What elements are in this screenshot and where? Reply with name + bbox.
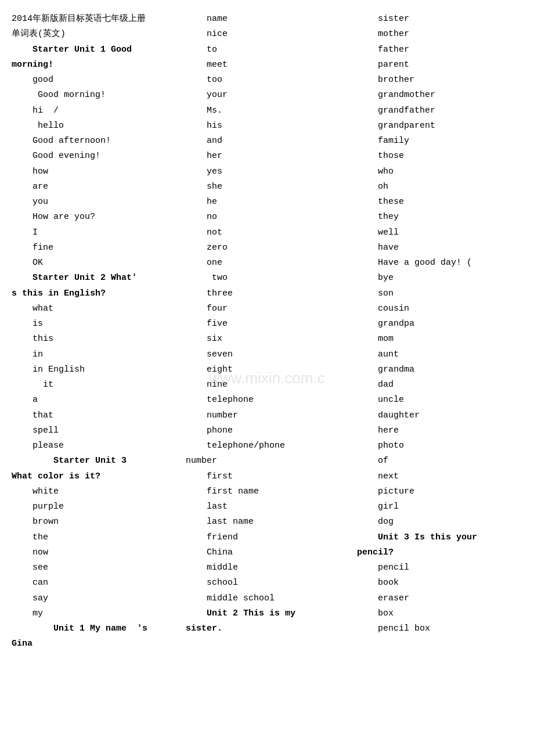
line-item: father (357, 42, 522, 57)
line-item: zero (186, 240, 351, 255)
line-item: son (357, 286, 522, 301)
line-item: the (12, 530, 180, 545)
line-item: of (357, 453, 522, 469)
line-item: friend (186, 530, 351, 545)
line-item: those (357, 149, 522, 164)
line-item: a (12, 393, 180, 408)
line-item: Good evening! (12, 149, 180, 164)
line-item: sister (357, 12, 522, 27)
column-2: name nice to meet too your Ms. his and h… (183, 12, 354, 652)
line-item: they (357, 210, 522, 225)
line-item: China (186, 545, 351, 560)
line-item: Unit 2 This is my (186, 606, 351, 621)
line-item: mom (357, 332, 522, 347)
line-item: here (357, 423, 522, 438)
line-item: s this in English? (12, 286, 180, 301)
line-item: three (186, 286, 351, 301)
line-item: are (12, 179, 180, 195)
line-item: first name (186, 484, 351, 499)
line-item: you (12, 195, 180, 210)
line-item: four (186, 301, 351, 316)
line-item: 2014年新版新目标英语七年级上册 (12, 12, 180, 27)
line-item: picture (357, 484, 522, 499)
line-item: Have a good day! ( (357, 255, 522, 271)
line-item: last (186, 499, 351, 514)
line-item: pencil? (357, 545, 522, 560)
line-item: daughter (357, 408, 522, 423)
line-item: grandma (357, 362, 522, 377)
line-item: eight (186, 362, 351, 377)
line-item: 单词表(英文) (12, 27, 180, 42)
line-item: six (186, 332, 351, 347)
line-item: can (12, 575, 180, 591)
line-item: bye (357, 271, 522, 286)
line-item: that (12, 408, 180, 423)
line-item: Ms. (186, 103, 351, 118)
line-item: see (12, 560, 180, 575)
line-item: hello (12, 118, 180, 134)
line-item: name (186, 12, 351, 27)
line-item: oh (357, 179, 522, 195)
line-item: my (12, 606, 180, 621)
line-item: and (186, 134, 351, 149)
line-item: grandmother (357, 88, 522, 103)
line-item: last name (186, 514, 351, 530)
line-item: morning! (12, 57, 180, 73)
line-item: grandfather (357, 103, 522, 118)
line-item: cousin (357, 301, 522, 316)
line-item: book (357, 575, 522, 591)
line-item: number (186, 453, 351, 469)
line-item: purple (12, 499, 180, 514)
line-item: family (357, 134, 522, 149)
line-item: meet (186, 57, 351, 73)
line-item: telephone (186, 393, 351, 408)
line-item: two (186, 271, 351, 286)
line-item: dog (357, 514, 522, 530)
line-item: phone (186, 423, 351, 438)
line-item: what (12, 301, 180, 316)
line-item: OK (12, 255, 180, 271)
line-item: nice (186, 27, 351, 42)
line-item: your (186, 88, 351, 103)
line-item: box (357, 606, 522, 621)
line-item: this (12, 332, 180, 347)
line-item: well (357, 225, 522, 240)
column-3: sister mother father parent brother gran… (354, 12, 525, 652)
page-container: 2014年新版新目标英语七年级上册单词表(英文) Starter Unit 1 … (12, 12, 522, 652)
line-item: middle (186, 560, 351, 575)
line-item: sister. (186, 621, 351, 636)
line-item: pencil (357, 560, 522, 575)
line-item: Unit 1 My name 's (12, 621, 180, 636)
line-item: no (186, 210, 351, 225)
line-item: he (186, 195, 351, 210)
line-item: white (12, 484, 180, 499)
line-item: parent (357, 57, 522, 73)
line-item: not (186, 225, 351, 240)
line-item: grandpa (357, 316, 522, 332)
line-item: seven (186, 347, 351, 362)
line-item: aunt (357, 347, 522, 362)
line-item: Unit 3 Is this your (357, 530, 522, 545)
line-item: nine (186, 377, 351, 393)
line-item: grandparent (357, 118, 522, 134)
line-item: brother (357, 73, 522, 88)
line-item: Starter Unit 1 Good (12, 42, 180, 57)
line-item: five (186, 316, 351, 332)
line-item: photo (357, 438, 522, 453)
line-item: I (12, 225, 180, 240)
line-item: middle school (186, 591, 351, 606)
line-item: say (12, 591, 180, 606)
line-item: brown (12, 514, 180, 530)
line-item: school (186, 575, 351, 591)
line-item: yes (186, 164, 351, 179)
column-1: 2014年新版新目标英语七年级上册单词表(英文) Starter Unit 1 … (12, 12, 183, 652)
line-item: her (186, 149, 351, 164)
line-item: how (12, 164, 180, 179)
line-item: hi / (12, 103, 180, 118)
line-item: next (357, 469, 522, 484)
line-item: to (186, 42, 351, 57)
line-item: girl (357, 499, 522, 514)
line-item: good (12, 73, 180, 88)
line-item: Good afternoon! (12, 134, 180, 149)
line-item: is (12, 316, 180, 332)
